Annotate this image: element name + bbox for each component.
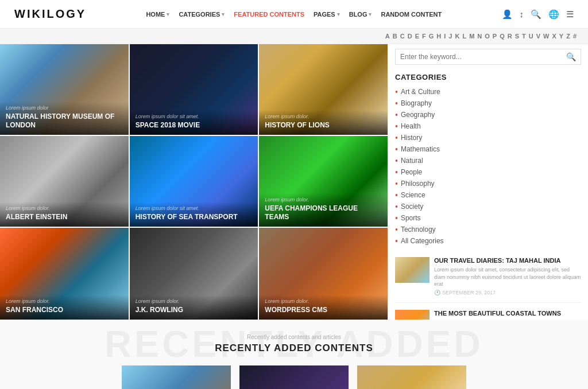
post-title[interactable]: THE MOST BEAUTIFUL COASTAL TOWNS [434,310,581,317]
alpha-letter-Q[interactable]: Q [500,33,505,40]
post-info: THE MOST BEAUTIFUL COASTAL TOWNSLorem ip… [434,310,581,320]
category-item[interactable]: •Science [395,189,581,201]
category-item[interactable]: •Sports [395,212,581,224]
alpha-letter-F[interactable]: F [422,33,426,40]
nav-arrow: ▾ [369,11,372,17]
grid-item[interactable]: Lorem ipsum dolor.J.K. ROWLING [130,228,260,320]
search-input[interactable] [400,53,566,61]
category-item[interactable]: •People [395,166,581,178]
grid-item[interactable]: Lorem ipsum dolor.UEFA CHAMPIONS LEAGUE … [259,136,388,227]
main-layout: Lorem ipsum dolorNATURAL HISTORY MUSEUM … [0,44,588,320]
alpha-letter-D[interactable]: D [408,33,412,40]
category-label: Natural [401,157,423,165]
alpha-letter-C[interactable]: C [400,33,405,40]
grid-caption: Lorem ipsum dolor. [265,298,382,304]
category-label: Philosophy [401,180,435,188]
globe-icon[interactable]: 🌐 [548,9,559,20]
clock-icon: 🕐 [434,290,440,295]
grid-overlay: Lorem ipsum dolor.WORDPRESS CMS [259,295,388,320]
nav-arrow: ▾ [167,11,169,17]
bottom-card[interactable] [122,365,231,389]
grid-item[interactable]: Lorem ipsum dolor.WORDPRESS CMS [259,228,388,320]
recent-post: OUR TRAVEL DIARIES: TAJ MAHAL INDIALorem… [395,257,581,303]
category-item[interactable]: •Health [395,120,581,132]
alpha-letter-M[interactable]: M [469,33,474,40]
alpha-letter-L[interactable]: L [462,33,466,40]
alpha-letter-N[interactable]: N [477,33,482,40]
bullet: • [395,145,398,153]
alpha-letter-G[interactable]: G [429,33,434,40]
alpha-letter-P[interactable]: P [493,33,497,40]
alpha-letter-X[interactable]: X [552,33,556,40]
grid-item[interactable]: Lorem ipsum dolor sit amet.SPACE 2018 MO… [130,44,260,135]
grid-item[interactable]: Lorem ipsum dolor.HISTORY OF LIONS [259,44,388,135]
main-nav: HOME▾CATEGORIES▾FEATURED CONTENTSPAGES▾B… [146,11,442,18]
category-item[interactable]: •Philosophy [395,178,581,189]
alpha-letter-V[interactable]: V [536,33,540,40]
bullet: • [395,157,398,165]
alpha-letter-U[interactable]: U [529,33,533,40]
alpha-letter-E[interactable]: E [415,33,419,40]
alpha-letter-#[interactable]: # [573,33,577,40]
alpha-letter-Y[interactable]: Y [559,33,563,40]
bottom-card[interactable] [239,365,349,389]
alpha-letter-T[interactable]: T [522,33,526,40]
category-item[interactable]: •History [395,132,581,143]
alpha-letter-R[interactable]: R [508,33,512,40]
menu-icon[interactable]: ☰ [566,9,574,20]
category-item[interactable]: •All Categories [395,235,581,247]
grid-caption: Lorem ipsum dolor [6,105,123,111]
grid-item[interactable]: Lorem ipsum dolor.SAN FRANCISCO [0,228,130,320]
header: WIKILOGY HOME▾CATEGORIES▾FEATURED CONTEN… [0,0,588,29]
category-item[interactable]: •Technology [395,224,581,235]
nav-item-home[interactable]: HOME▾ [146,11,169,18]
recently-title: RECENTLY ADDED CONTENTS [11,343,577,354]
grid-title: UEFA CHAMPIONS LEAGUE TEAMS [265,204,382,221]
post-info: OUR TRAVEL DIARIES: TAJ MAHAL INDIALorem… [434,257,581,295]
nav-item-categories[interactable]: CATEGORIES▾ [179,11,225,18]
category-item[interactable]: •Art & Culture [395,86,581,98]
bottom-card[interactable] [357,365,466,389]
grid-caption: Lorem ipsum dolor. [6,298,123,304]
category-item[interactable]: •Society [395,201,581,212]
nav-item-featured-contents[interactable]: FEATURED CONTENTS [234,11,304,18]
alpha-letter-S[interactable]: S [515,33,519,40]
alpha-letter-I[interactable]: I [444,33,446,40]
search-button[interactable]: 🔍 [566,52,576,61]
alpha-letter-W[interactable]: W [543,33,549,40]
post-thumbnail[interactable] [395,257,430,283]
nav-item-random-content[interactable]: RANDOM CONTENT [381,11,442,18]
category-item[interactable]: •Natural [395,155,581,166]
alpha-letter-A[interactable]: A [385,33,390,40]
category-item[interactable]: •Biography [395,98,581,109]
grid-title: HISTORY OF LIONS [265,121,382,129]
share-icon[interactable]: ↕ [520,9,524,19]
grid-overlay: Lorem ipsum dolor sit amet.HISTORY OF SE… [130,202,258,227]
post-excerpt: Lorem ipsum dolor sit amet, consectetur … [434,266,581,288]
grid-item[interactable]: Lorem ipsum dolor sit amet.HISTORY OF SE… [130,136,260,227]
post-title[interactable]: OUR TRAVEL DIARIES: TAJ MAHAL INDIA [434,257,581,264]
bullet: • [395,225,398,234]
user-icon[interactable]: 👤 [502,9,513,20]
bullet: • [395,191,398,199]
alpha-letter-O[interactable]: O [485,33,490,40]
nav-item-blog[interactable]: BLOG▾ [349,11,372,18]
alpha-letter-Z[interactable]: Z [566,33,570,40]
bullet: • [395,203,398,211]
category-item[interactable]: •Geography [395,109,581,120]
alpha-letter-J[interactable]: J [448,33,452,40]
alpha-letter-H[interactable]: H [436,33,441,40]
category-item[interactable]: •Mathematics [395,143,581,155]
grid-item[interactable]: Lorem ipsum dolor.ALBERT EINSTEIN [0,136,130,227]
post-thumbnail[interactable] [395,310,430,320]
alpha-letter-K[interactable]: K [455,33,459,40]
alpha-letter-B[interactable]: B [393,33,397,40]
grid-overlay: Lorem ipsum dolor.HISTORY OF LIONS [259,110,388,135]
search-icon[interactable]: 🔍 [531,9,541,20]
grid-title: NATURAL HISTORY MUSEUM OF LONDON [6,112,123,129]
grid-title: WORDPRESS CMS [265,306,382,314]
grid-item[interactable]: Lorem ipsum dolorNATURAL HISTORY MUSEUM … [0,44,130,135]
grid-title: HISTORY OF SEA TRANSPORT [136,213,253,221]
nav-item-pages[interactable]: PAGES▾ [314,11,340,18]
logo[interactable]: WIKILOGY [14,7,86,21]
